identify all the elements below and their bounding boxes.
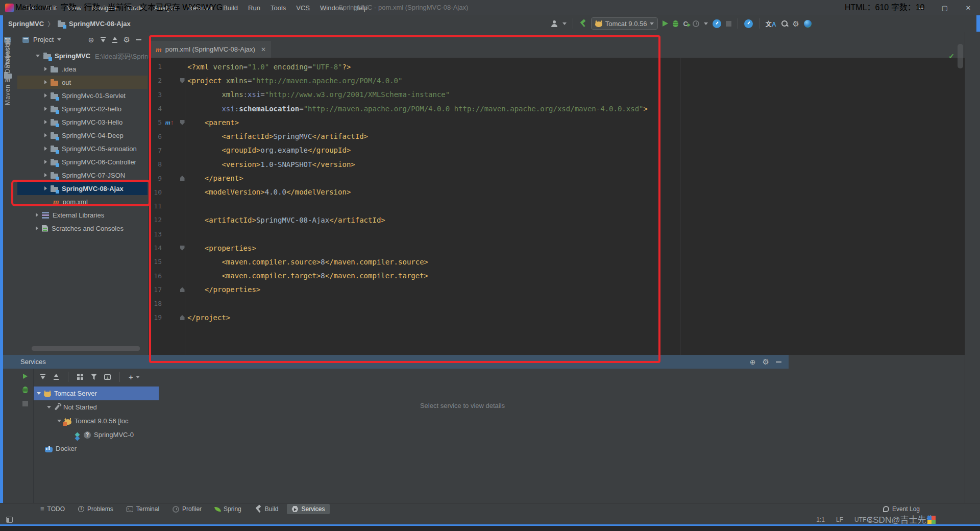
toolwindow-toggle-icon[interactable]: [6, 517, 13, 523]
code-line[interactable]: 7 <groupId>org.example</groupId>: [149, 143, 955, 157]
project-view-dropdown-icon[interactable]: [57, 38, 61, 41]
services-frame-icon[interactable]: +: [104, 374, 111, 380]
translate-icon[interactable]: 文A: [766, 19, 776, 28]
tool-window-tab-todo[interactable]: ≡TODO: [36, 504, 69, 514]
profiler-dropdown-icon[interactable]: [704, 22, 708, 25]
services-tree-item[interactable]: Tomcat Server: [34, 387, 159, 400]
fold-start-icon[interactable]: [180, 120, 185, 125]
services-hide-icon[interactable]: [776, 361, 781, 363]
services-tree-item[interactable]: Docker: [34, 442, 159, 455]
profiler-run-icon[interactable]: [693, 20, 699, 27]
fold-end-icon[interactable]: [180, 315, 185, 320]
code-line[interactable]: 19</project>: [149, 310, 955, 324]
close-button[interactable]: ✕: [957, 0, 980, 15]
project-tree-item[interactable]: Scratches and Consoles: [17, 222, 148, 235]
services-tree-item[interactable]: Tomcat 9.0.56 [loc: [34, 414, 159, 428]
project-tree-item[interactable]: SpringMVC-08-Ajax: [17, 182, 148, 195]
fold-end-icon[interactable]: [180, 176, 185, 181]
code-line[interactable]: 10 <modelVersion>4.0.0</modelVersion>: [149, 185, 955, 199]
tab-close-icon[interactable]: ✕: [261, 46, 266, 53]
fold-start-icon[interactable]: [180, 246, 185, 251]
event-log-button[interactable]: Event Log: [883, 505, 920, 513]
code-line[interactable]: 15 <maven.compiler.source>8</maven.compi…: [149, 255, 955, 269]
code-line[interactable]: 3 xmlns:xsi="http://www.w3.org/2001/XMLS…: [149, 88, 955, 102]
project-tree-item[interactable]: SpringMVC-06-Controller: [17, 155, 148, 168]
fold-end-icon[interactable]: [180, 287, 185, 292]
services-header[interactable]: Services ⊕ ⚙: [3, 355, 789, 369]
line-ending[interactable]: LF: [836, 516, 843, 523]
project-horizontal-scrollbar[interactable]: [32, 346, 140, 351]
inspections-ok-icon[interactable]: ✓: [948, 52, 954, 60]
project-tree-item[interactable]: SpringMvc-01-Servlet: [17, 89, 148, 102]
caret-position[interactable]: 1:1: [816, 516, 825, 523]
services-tree-separator[interactable]: [159, 369, 159, 503]
services-expand-all-icon[interactable]: [40, 374, 46, 380]
services-filter-icon[interactable]: [91, 374, 97, 380]
code-line[interactable]: 2<project xmlns="http://maven.apache.org…: [149, 74, 955, 87]
breadcrumb-current[interactable]: SpringMVC-08-Ajax: [69, 20, 131, 28]
code-line[interactable]: 11: [149, 199, 955, 213]
maven-import-icon[interactable]: m↑: [165, 118, 174, 127]
services-locate-icon[interactable]: ⊕: [750, 358, 756, 366]
code-line[interactable]: 4 xsi:schemaLocation="http://maven.apach…: [149, 102, 955, 115]
services-tree-item[interactable]: ?SpringMVC-0: [34, 428, 159, 442]
settings-gear-icon[interactable]: ⚙: [793, 20, 799, 28]
build-hammer-icon[interactable]: [579, 20, 586, 27]
stripe-tab-maven[interactable]: m Maven: [4, 77, 11, 105]
services-settings-icon[interactable]: ⚙: [763, 358, 769, 366]
menu-item-run[interactable]: Run: [243, 2, 265, 14]
project-panel-title[interactable]: Project: [33, 36, 54, 43]
project-tree-item[interactable]: SpringMVC-02-hello: [17, 102, 148, 115]
search-everywhere-icon[interactable]: [781, 20, 788, 27]
project-tree-item[interactable]: .idea: [17, 62, 148, 76]
editor-scrollbar[interactable]: [958, 44, 963, 68]
menu-item-tools[interactable]: Tools: [266, 2, 290, 14]
tool-window-tab-spring[interactable]: Spring: [210, 504, 246, 514]
tool-window-tab-problems[interactable]: !Problems: [74, 504, 118, 514]
tool-window-tab-profiler[interactable]: Profiler: [168, 504, 206, 514]
expand-all-icon[interactable]: [100, 37, 106, 43]
code-line[interactable]: 8 <version>1.0-SNAPSHOT</version>: [149, 157, 955, 171]
profiler-gauge-icon[interactable]: [713, 19, 721, 28]
hide-panel-icon[interactable]: [136, 39, 141, 40]
run-configuration-select[interactable]: Tomcat 9.0.56: [591, 17, 658, 30]
profiler-gauge-icon-2[interactable]: [744, 19, 753, 28]
services-debug-button[interactable]: [22, 387, 28, 393]
tool-window-tab-services[interactable]: Services: [287, 504, 329, 514]
services-collapse-all-icon[interactable]: [53, 374, 59, 380]
locate-file-icon[interactable]: ⊕: [88, 36, 94, 43]
debug-button[interactable]: [673, 20, 678, 27]
maximize-button[interactable]: ▢: [933, 0, 957, 15]
project-tree-item[interactable]: SpringMVC-05-annoation: [17, 142, 148, 155]
project-tree-item[interactable]: SpringMVC-04-Deep: [17, 129, 148, 142]
code-line[interactable]: 13: [149, 227, 955, 241]
code-line[interactable]: 6 <artifactId>SpringMVC</artifactId>: [149, 129, 955, 143]
menu-item-vcs[interactable]: VCS: [291, 2, 314, 14]
services-tree-item[interactable]: Not Started: [34, 400, 159, 414]
tool-window-tab-terminal[interactable]: ›_Terminal: [122, 504, 164, 514]
project-tree-item[interactable]: External Libraries: [17, 208, 148, 222]
code-line[interactable]: 14 <properties>: [149, 241, 955, 255]
code-area[interactable]: 1<?xml version="1.0" encoding="UTF-8"?>2…: [149, 58, 965, 355]
collapse-all-icon[interactable]: [112, 37, 118, 43]
breadcrumb-root[interactable]: SpringMVC: [8, 20, 44, 28]
project-tree-root[interactable]: SpringMVCE:\Ideal源码\SpringMV: [17, 49, 148, 62]
user-icon[interactable]: [551, 20, 558, 27]
ide-sphere-icon[interactable]: [804, 20, 812, 28]
project-tree-item[interactable]: SpringMVC-03-Hello: [17, 115, 148, 129]
run-button[interactable]: [663, 20, 668, 27]
code-line[interactable]: 18: [149, 297, 955, 310]
run-with-coverage-button[interactable]: C: [683, 20, 688, 28]
project-tree-item[interactable]: SpringMVC-07-JSON: [17, 168, 148, 182]
code-line[interactable]: 17 </properties>: [149, 283, 955, 297]
project-tree-item[interactable]: out: [17, 76, 148, 89]
editor-tab-pom[interactable]: m pom.xml (SpringMVC-08-Ajax) ✕: [151, 41, 271, 58]
code-line[interactable]: 16 <maven.compiler.target>8</maven.compi…: [149, 269, 955, 282]
code-line[interactable]: 1<?xml version="1.0" encoding="UTF-8"?>: [149, 60, 955, 74]
code-line[interactable]: 9 </parent>: [149, 171, 955, 185]
code-line[interactable]: 5m↑ <parent>: [149, 115, 955, 129]
stripe-tab-database[interactable]: Database: [4, 38, 11, 73]
code-line[interactable]: 12 <artifactId>SpringMVC-08-Ajax</artifa…: [149, 213, 955, 227]
user-dropdown-icon[interactable]: [562, 22, 567, 25]
fold-start-icon[interactable]: [180, 78, 185, 83]
